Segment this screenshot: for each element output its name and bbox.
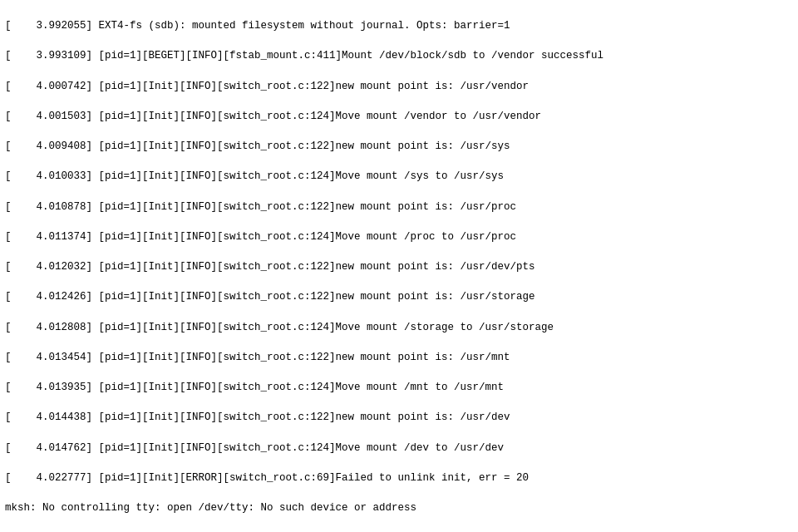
terminal-line: [ 4.014438] [pid=1][Init][INFO][switch_r… (5, 410, 793, 425)
terminal-output: [ 3.992055] EXT4-fs (sdb): mounted files… (0, 0, 798, 532)
terminal-line: [ 4.012426] [pid=1][Init][INFO][switch_r… (5, 289, 793, 304)
terminal-line: [ 4.000742] [pid=1][Init][INFO][switch_r… (5, 79, 793, 94)
terminal-line: [ 4.014762] [pid=1][Init][INFO][switch_r… (5, 441, 793, 456)
terminal-line: [ 3.993109] [pid=1][BEGET][INFO][fstab_m… (5, 48, 793, 63)
terminal-line: [ 4.001503] [pid=1][Init][INFO][switch_r… (5, 109, 793, 124)
terminal-line: [ 4.012032] [pid=1][Init][INFO][switch_r… (5, 259, 793, 274)
terminal-line: [ 4.010033] [pid=1][Init][INFO][switch_r… (5, 169, 793, 184)
terminal-line: [ 4.010878] [pid=1][Init][INFO][switch_r… (5, 200, 793, 214)
terminal-line: [ 4.011374] [pid=1][Init][INFO][switch_r… (5, 229, 793, 244)
terminal-line: [ 4.022777] [pid=1][Init][ERROR][switch_… (5, 470, 793, 485)
terminal-line: mksh: No controlling tty: open /dev/tty:… (5, 500, 793, 515)
terminal-line: [ 3.992055] EXT4-fs (sdb): mounted files… (5, 18, 793, 33)
terminal-line: [ 4.012808] [pid=1][Init][INFO][switch_r… (5, 320, 793, 335)
terminal-line: [ 4.009408] [pid=1][Init][INFO][switch_r… (5, 139, 793, 154)
terminal-line: [ 4.013935] [pid=1][Init][INFO][switch_r… (5, 380, 793, 395)
terminal-line: [ 4.013454] [pid=1][Init][INFO][switch_r… (5, 350, 793, 365)
